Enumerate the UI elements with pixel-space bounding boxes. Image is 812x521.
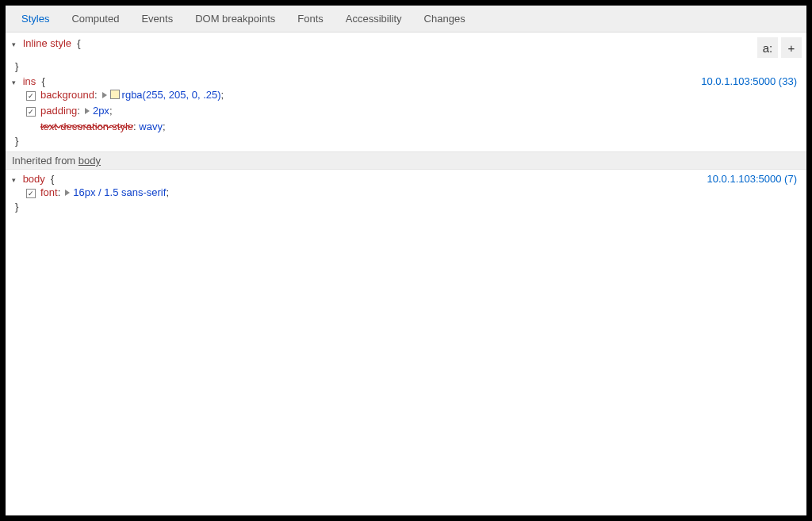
declaration-text-decoration-style[interactable]: text-decoration-style: wavy; [12, 119, 800, 135]
open-brace: { [41, 75, 44, 87]
inherited-element[interactable]: body [79, 155, 101, 167]
close-brace: } [12, 135, 800, 147]
property-name-overridden: text-decoration-style [40, 119, 133, 135]
inherited-label: Inherited from [12, 155, 79, 167]
rule-inline: Inline style { } [12, 37, 800, 72]
source-link[interactable]: 10.0.1.103:5000 (7) [707, 173, 797, 185]
tab-fonts[interactable]: Fonts [286, 6, 335, 31]
declaration-font[interactable]: font: 16px / 1.5 sans-serif; [12, 185, 800, 201]
rule-header[interactable]: Inline style { [12, 37, 800, 49]
tab-dom-breakpoints[interactable]: DOM breakpoints [184, 6, 286, 31]
selector: Inline style [23, 37, 71, 49]
declaration-background[interactable]: background: rgba(255, 205, 0, .25); [12, 87, 800, 103]
toggle-checkbox[interactable] [26, 189, 36, 198]
property-name: font [40, 185, 58, 201]
open-brace: { [77, 37, 80, 49]
rule-header[interactable]: body { [12, 173, 800, 185]
tab-events[interactable]: Events [130, 6, 184, 31]
selector: ins [23, 75, 36, 87]
tab-styles[interactable]: Styles [10, 6, 60, 31]
devtools-panel: Styles Computed Events DOM breakpoints F… [6, 6, 806, 515]
close-brace: } [12, 60, 800, 72]
selector: body [23, 173, 45, 185]
rule-header[interactable]: ins { [12, 75, 800, 87]
close-brace: } [12, 201, 800, 213]
property-value[interactable]: rgba(255, 205, 0, .25) [122, 87, 221, 103]
rules-list: Inline style { } 10.0.1.103:5000 (33) in… [6, 33, 806, 219]
property-name: padding [40, 103, 77, 119]
declaration-padding[interactable]: padding: 2px; [12, 103, 800, 119]
tabbar: Styles Computed Events DOM breakpoints F… [6, 6, 806, 33]
open-brace: { [51, 173, 54, 185]
twisty-icon[interactable] [12, 175, 20, 184]
toggle-checkbox[interactable] [26, 91, 36, 101]
expand-icon[interactable] [85, 108, 90, 114]
property-value[interactable]: 2px [93, 103, 109, 119]
expand-icon[interactable] [102, 92, 107, 98]
toggle-checkbox[interactable] [26, 107, 36, 117]
property-value[interactable]: wavy [139, 119, 163, 135]
expand-icon[interactable] [65, 190, 70, 196]
tab-changes[interactable]: Changes [413, 6, 477, 31]
tab-computed[interactable]: Computed [60, 6, 130, 31]
tab-accessibility[interactable]: Accessibility [335, 6, 413, 31]
inherited-from-bar: Inherited from body [6, 151, 806, 170]
rule-body: 10.0.1.103:5000 (7) body { font: 16px / … [12, 173, 800, 213]
property-value[interactable]: 16px / 1.5 sans-serif [73, 185, 166, 201]
rules-content: a: + Inline style { } 10.0.1.103:5000 (3… [6, 33, 806, 515]
rule-ins: 10.0.1.103:5000 (33) ins { background: r… [12, 75, 800, 147]
twisty-icon[interactable] [12, 40, 20, 48]
property-name: background [40, 87, 94, 103]
source-link[interactable]: 10.0.1.103:5000 (33) [701, 75, 797, 87]
twisty-icon[interactable] [12, 78, 20, 86]
color-swatch[interactable] [110, 90, 120, 99]
